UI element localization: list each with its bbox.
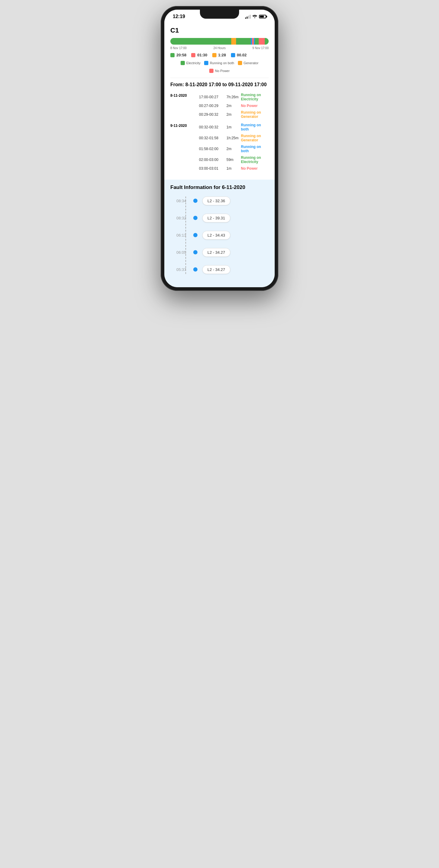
date-label: 8-11-2020 — [170, 93, 199, 121]
date-range: From: 8-11-2020 17:00 to 09-11-2020 17:0… — [170, 82, 269, 88]
stat-value: 20:58 — [176, 53, 186, 57]
entry-status: No Power — [241, 166, 258, 170]
timeline-start-label: 8 Nov 17:00 — [170, 46, 187, 50]
timeline-dot — [193, 233, 198, 237]
divider — [170, 78, 269, 78]
timeline-dot — [193, 198, 198, 203]
legend-item: Running on both — [204, 61, 234, 65]
stat-value: 1:28 — [218, 53, 226, 57]
main-content: C1 8 Nov 17:00 24 Hours 9 Nov 17:00 20:5… — [164, 22, 275, 180]
entry-time: 00:29-00:32 — [199, 113, 225, 117]
fault-title: Fault Information for 6-11-2020 — [170, 184, 269, 190]
entry-row: 00:32-01:58 1h:25m Running on Generator — [199, 134, 269, 142]
entry-row: 00:29-00:32 2m Running on Generator — [199, 110, 269, 119]
status-icons — [245, 14, 266, 19]
entry-status: Running on Electricity — [241, 156, 269, 164]
timeline-item: 06:05 L2 - 34.27 — [176, 248, 269, 257]
entries-column: 17:00-00:27 7h:26m Running on Electricit… — [199, 93, 269, 121]
table-row-group: 9-11-2020 00:32-00:32 1m Running on both… — [170, 123, 269, 173]
timeline-dot — [193, 216, 198, 220]
timeline-labels: 8 Nov 17:00 24 Hours 9 Nov 17:00 — [170, 46, 269, 50]
timeline-segment — [236, 38, 251, 44]
entry-time: 02:00-03:00 — [199, 158, 225, 162]
legend-dot — [238, 61, 242, 65]
entry-time: 00:32-01:58 — [199, 136, 225, 140]
entry-time: 00:32-00:32 — [199, 125, 225, 129]
timeline-segment — [170, 38, 231, 44]
entry-time: 03:00-03:01 — [199, 166, 225, 170]
stat-item: 1:28 — [212, 53, 226, 57]
entry-row: 01:58-02:00 2m Running on both — [199, 145, 269, 153]
timeline-dot — [193, 250, 198, 254]
entry-duration: 59m — [227, 158, 239, 162]
timeline-segment — [259, 38, 265, 44]
entry-duration: 2m — [227, 113, 239, 117]
legend-item: Generator — [238, 61, 259, 65]
fault-value: L2 - 39.31 — [202, 214, 230, 222]
fault-time: 08:34 — [176, 198, 188, 203]
timeline-item: 05:37 L2 - 34.27 — [176, 265, 269, 274]
timeline-mid-label: 24 Hours — [213, 46, 226, 50]
entry-status: Running on both — [241, 123, 269, 131]
fault-value: L2 - 34.27 — [202, 265, 230, 274]
legend-item: Electricity — [181, 61, 201, 65]
entry-time: 17:00-00:27 — [199, 95, 225, 99]
stat-dot — [212, 53, 216, 57]
entry-duration: 1m — [227, 125, 239, 129]
entry-row: 00:27-00:29 2m No Power — [199, 104, 269, 108]
stat-item: 01:30 — [191, 53, 207, 57]
date-label: 9-11-2020 — [170, 123, 199, 173]
legend-dot — [204, 61, 208, 65]
stat-item: 20:58 — [170, 53, 186, 57]
phone-frame: 12:19 — [161, 6, 278, 291]
status-time: 12:19 — [173, 14, 185, 19]
stat-dot — [170, 53, 175, 57]
legend-item: No Power — [209, 69, 230, 73]
wifi-icon — [252, 14, 257, 19]
entry-row: 17:00-00:27 7h:26m Running on Electricit… — [199, 93, 269, 101]
entry-time: 00:27-00:29 — [199, 104, 225, 108]
timeline-segment — [231, 38, 236, 44]
table-row-group: 8-11-2020 17:00-00:27 7h:26m Running on … — [170, 93, 269, 121]
fault-value: L2 - 32.36 — [202, 196, 230, 205]
entry-row: 03:00-03:01 1m No Power — [199, 166, 269, 170]
entry-status: No Power — [241, 104, 258, 108]
stat-dot — [191, 53, 195, 57]
signal-icon — [245, 14, 251, 19]
legend-label: No Power — [215, 69, 230, 73]
stat-value: 00.02 — [237, 53, 247, 57]
entry-status: Running on Electricity — [241, 93, 269, 101]
timeline-item: 06:13 L2 - 34.43 — [176, 231, 269, 240]
legend-dot — [209, 69, 213, 73]
fault-timeline: 08:34 L2 - 32.36 08:32 L2 - 39.31 06:13 … — [170, 196, 269, 274]
entry-row: 02:00-03:00 59m Running on Electricity — [199, 156, 269, 164]
entries-column: 00:32-00:32 1m Running on both 00:32-01:… — [199, 123, 269, 173]
timeline-segment — [265, 38, 269, 44]
entry-status: Running on Generator — [241, 110, 269, 119]
entry-time: 01:58-02:00 — [199, 147, 225, 151]
fault-section: Fault Information for 6-11-2020 08:34 L2… — [164, 180, 275, 287]
stat-dot — [231, 53, 235, 57]
page-title: C1 — [170, 27, 269, 34]
fault-time: 06:13 — [176, 233, 188, 238]
stat-item: 00.02 — [231, 53, 247, 57]
legend-label: Electricity — [186, 61, 201, 65]
fault-value: L2 - 34.27 — [202, 248, 230, 257]
power-table: 8-11-2020 17:00-00:27 7h:26m Running on … — [170, 93, 269, 173]
fault-time: 08:32 — [176, 216, 188, 220]
stat-value: 01:30 — [197, 53, 207, 57]
entry-status: Running on Generator — [241, 134, 269, 142]
fault-time: 05:37 — [176, 267, 188, 272]
legend-row: Electricity Running on both Generator No… — [170, 61, 269, 73]
fault-value: L2 - 34.43 — [202, 231, 230, 240]
entry-duration: 1m — [227, 166, 239, 170]
legend-label: Running on both — [210, 61, 234, 65]
legend-dot — [181, 61, 185, 65]
fault-time: 06:05 — [176, 250, 188, 255]
stats-row: 20:58 01:30 1:28 00.02 — [170, 53, 269, 57]
timeline-dot — [193, 267, 198, 272]
entry-status: Running on both — [241, 145, 269, 153]
timeline-segment — [255, 38, 259, 44]
timeline-end-label: 9 Nov 17:00 — [252, 46, 269, 50]
entry-duration: 2m — [227, 147, 239, 151]
